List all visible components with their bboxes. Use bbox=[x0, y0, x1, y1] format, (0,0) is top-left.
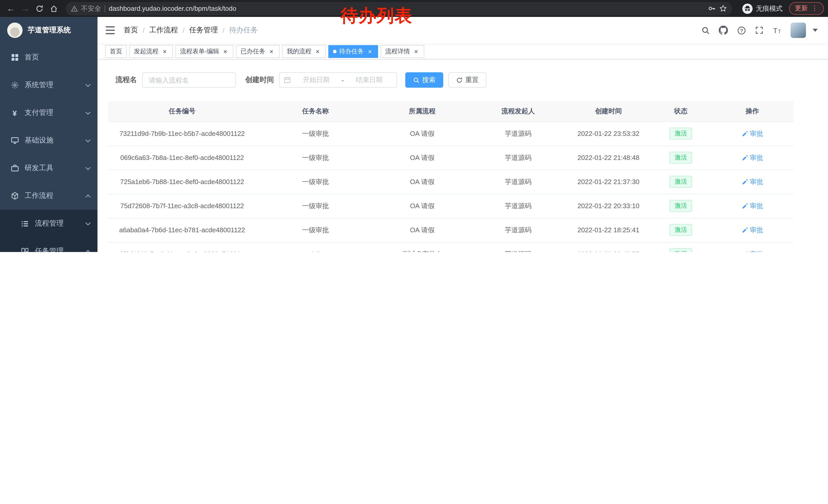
column-header: 操作 bbox=[711, 101, 794, 122]
user-avatar[interactable] bbox=[791, 22, 806, 38]
url-text: dashboard.yudao.iocoder.cn/bpm/task/todo bbox=[109, 5, 236, 12]
tab-label: 我的流程 bbox=[287, 47, 312, 56]
breadcrumb-separator: / bbox=[223, 26, 225, 34]
breadcrumb-item[interactable]: 工作流程 bbox=[149, 26, 178, 35]
yen-icon: ¥ bbox=[10, 109, 19, 117]
cell-created: 2022-01-22 21:48:48 bbox=[566, 146, 651, 170]
github-icon[interactable] bbox=[719, 26, 728, 35]
address-bar[interactable]: 不安全 dashboard.yudao.iocoder.cn/bpm/task/… bbox=[66, 2, 732, 15]
fullscreen-icon[interactable] bbox=[755, 26, 764, 35]
cell-action: 审批 bbox=[711, 146, 794, 170]
sidebar-item-devtools[interactable]: 研发工具 bbox=[0, 154, 97, 182]
top-navbar: 首页/工作流程/任务管理/待办任务 ? TT bbox=[97, 17, 828, 44]
approve-link[interactable]: 审批 bbox=[742, 177, 763, 186]
table-row: 069c6a63-7b8a-11ec-8ef0-acde48001122一级审批… bbox=[108, 146, 794, 170]
close-icon[interactable]: × bbox=[222, 48, 229, 55]
table-row: a6aba0a4-7b6d-11ec-b781-acde48001122一级审批… bbox=[108, 218, 794, 242]
search-icon bbox=[413, 77, 420, 83]
approve-link[interactable]: 审批 bbox=[742, 201, 763, 211]
update-button[interactable]: 更新 ⋮ bbox=[789, 2, 824, 15]
tab-process-detail[interactable]: 流程详情× bbox=[381, 45, 424, 58]
cell-action: 审批 bbox=[711, 170, 794, 194]
cell-process: OA 请假 bbox=[374, 146, 470, 170]
reset-button[interactable]: 重置 bbox=[448, 72, 486, 88]
process-name-input[interactable] bbox=[142, 72, 236, 88]
hamburger-icon[interactable] bbox=[106, 25, 116, 35]
approve-link[interactable]: 审批 bbox=[742, 225, 763, 235]
tab-done-tasks[interactable]: 已办任务× bbox=[236, 45, 280, 58]
close-icon[interactable]: × bbox=[314, 48, 321, 55]
chevron-up-icon bbox=[85, 249, 91, 252]
cell-status: 激活 bbox=[651, 194, 711, 218]
tab-home[interactable]: 首页 bbox=[105, 45, 127, 58]
security-chip[interactable]: 不安全 bbox=[71, 4, 101, 13]
edit-icon bbox=[742, 251, 748, 252]
sidebar: 芋道管理系统 首页系统管理¥支付管理基础设施研发工具工作流程 流程管理任务管理我… bbox=[0, 17, 97, 252]
more-menu-icon[interactable]: ⋮ bbox=[811, 5, 818, 12]
sidebar-item-task-mgmt[interactable]: 任务管理 bbox=[0, 237, 97, 252]
cell-status: 激活 bbox=[651, 170, 711, 194]
calendar-icon bbox=[284, 77, 291, 84]
sidebar-item-payment[interactable]: ¥支付管理 bbox=[0, 99, 97, 127]
cell-starter: 芋道源码 bbox=[470, 146, 566, 170]
cell-task-name: 一级审批 bbox=[256, 218, 374, 242]
close-icon[interactable]: × bbox=[161, 48, 168, 55]
home-icon[interactable] bbox=[47, 2, 60, 15]
cell-action: 审批 bbox=[711, 242, 794, 252]
tab-my-process[interactable]: 我的流程× bbox=[282, 45, 326, 58]
chevron-down-icon bbox=[85, 139, 91, 142]
search-button[interactable]: 搜索 bbox=[405, 72, 443, 88]
cell-process: OA 请假 bbox=[374, 122, 470, 146]
cell-task-name: 一级审批 bbox=[256, 146, 374, 170]
chevron-down-icon bbox=[85, 83, 91, 87]
tab-todo-tasks[interactable]: 待办任务× bbox=[328, 45, 378, 58]
security-label: 不安全 bbox=[81, 4, 101, 13]
tasks-icon bbox=[20, 247, 29, 252]
dashboard-icon bbox=[10, 53, 19, 61]
approve-link[interactable]: 审批 bbox=[742, 249, 763, 252]
approve-link[interactable]: 审批 bbox=[742, 153, 763, 162]
font-size-icon[interactable]: TT bbox=[773, 26, 782, 35]
breadcrumb-item[interactable]: 任务管理 bbox=[189, 26, 218, 35]
workflow-icon bbox=[10, 192, 19, 200]
forward-icon[interactable]: → bbox=[18, 2, 32, 15]
sidebar-item-label: 流程管理 bbox=[35, 219, 64, 228]
close-icon[interactable]: × bbox=[268, 48, 275, 55]
cell-task-id: 75d72608-7b7f-11ec-a3c8-acde48001122 bbox=[108, 194, 256, 218]
cell-status: 激活 bbox=[651, 242, 711, 252]
reload-icon[interactable] bbox=[33, 2, 46, 15]
key-icon[interactable] bbox=[708, 5, 715, 12]
cell-starter: 芋道源码 bbox=[470, 242, 566, 252]
breadcrumb: 首页/工作流程/任务管理/待办任务 bbox=[124, 26, 258, 35]
date-range-picker[interactable]: 开始日期 - 结束日期 bbox=[279, 72, 397, 88]
breadcrumb-separator: / bbox=[142, 26, 145, 34]
sidebar-item-process-mgmt[interactable]: 流程管理 bbox=[0, 210, 97, 237]
sidebar-item-system[interactable]: 系统管理 bbox=[0, 71, 97, 99]
divider bbox=[105, 5, 105, 12]
incognito-icon bbox=[742, 3, 752, 13]
approve-label: 审批 bbox=[750, 129, 763, 138]
column-header: 流程发起人 bbox=[470, 101, 566, 122]
sidebar-item-workflow[interactable]: 工作流程 bbox=[0, 182, 97, 210]
range-separator: - bbox=[342, 76, 344, 84]
close-icon[interactable]: × bbox=[412, 48, 420, 55]
sidebar-item-infra[interactable]: 基础设施 bbox=[0, 127, 97, 154]
tab-form-edit[interactable]: 流程表单-编辑× bbox=[175, 45, 234, 58]
refresh-icon bbox=[456, 77, 463, 83]
tab-start-process[interactable]: 发起流程× bbox=[129, 45, 173, 58]
app-logo[interactable]: 芋道管理系统 bbox=[0, 17, 97, 44]
approve-link[interactable]: 审批 bbox=[742, 129, 763, 138]
close-icon[interactable]: × bbox=[366, 48, 373, 55]
star-icon[interactable] bbox=[719, 5, 727, 12]
search-button-label: 搜索 bbox=[422, 75, 436, 85]
sidebar-item-home[interactable]: 首页 bbox=[0, 44, 97, 71]
breadcrumb-item[interactable]: 首页 bbox=[124, 26, 138, 35]
sidebar-item-label: 研发工具 bbox=[25, 164, 53, 173]
search-icon[interactable] bbox=[701, 26, 710, 35]
end-date-placeholder: 结束日期 bbox=[346, 75, 392, 85]
back-icon[interactable]: ← bbox=[4, 2, 17, 15]
tool-icon bbox=[10, 164, 19, 172]
help-icon[interactable]: ? bbox=[737, 26, 746, 35]
caret-down-icon[interactable] bbox=[811, 26, 820, 35]
cell-created: 2022-01-22 21:37:30 bbox=[566, 170, 651, 194]
